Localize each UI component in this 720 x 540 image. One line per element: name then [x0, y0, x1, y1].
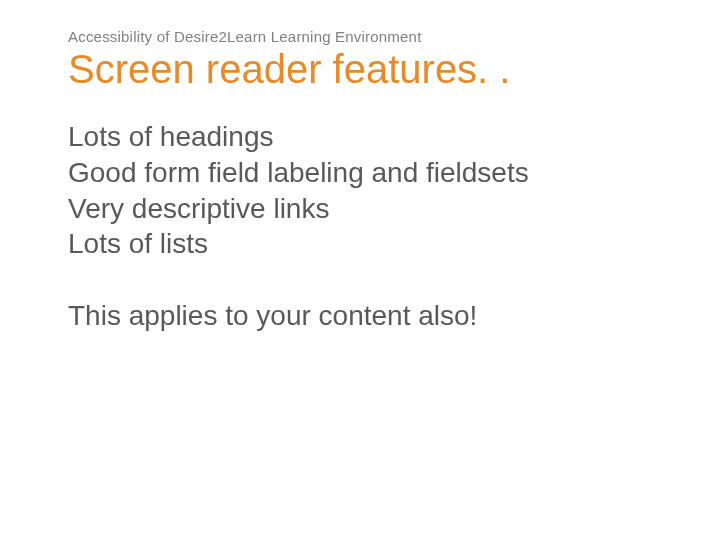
list-item: Lots of headings [68, 119, 628, 155]
list-item: Good form field labeling and fieldsets [68, 155, 628, 191]
page-title: Screen reader features. . [68, 47, 720, 91]
list-item: Lots of lists [68, 226, 628, 262]
list-item: Very descriptive links [68, 191, 628, 227]
footer-note: This applies to your content also! [68, 298, 720, 334]
body-content: Lots of headings Good form field labelin… [68, 119, 628, 262]
breadcrumb: Accessibility of Desire2Learn Learning E… [68, 28, 720, 45]
